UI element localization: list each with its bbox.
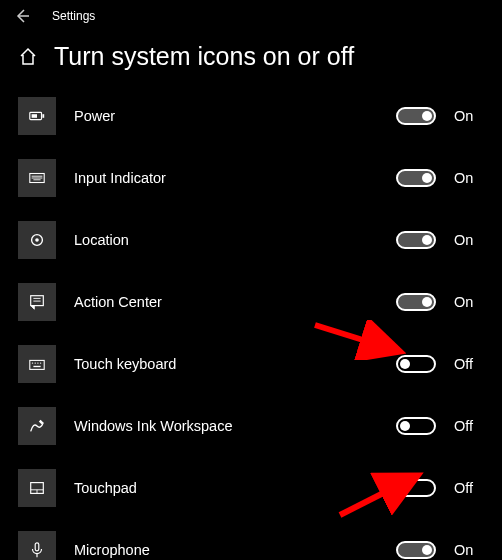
action-center-icon [18, 283, 56, 321]
home-icon [18, 47, 38, 67]
setting-row: Input IndicatorOn [18, 147, 484, 209]
setting-label: Action Center [74, 294, 378, 310]
setting-label: Windows Ink Workspace [74, 418, 378, 434]
setting-label: Touch keyboard [74, 356, 378, 372]
toggle-state-label: Off [454, 356, 484, 372]
location-icon [18, 221, 56, 259]
touchpad-icon [18, 469, 56, 507]
toggle-switch[interactable] [396, 107, 436, 125]
page-header: Turn system icons on or off [0, 32, 502, 85]
svg-rect-21 [35, 543, 39, 551]
setting-label: Power [74, 108, 378, 124]
microphone-icon [18, 531, 56, 560]
toggle-state-label: On [454, 170, 484, 186]
toggle-switch[interactable] [396, 355, 436, 373]
setting-label: Microphone [74, 542, 378, 558]
toggle-switch[interactable] [396, 541, 436, 559]
svg-point-13 [32, 362, 33, 363]
setting-label: Touchpad [74, 480, 378, 496]
toggle-switch[interactable] [396, 293, 436, 311]
setting-row: TouchpadOff [18, 457, 484, 519]
keyboard-icon [18, 159, 56, 197]
back-arrow-icon [14, 8, 30, 24]
page-title: Turn system icons on or off [54, 42, 354, 71]
power-icon [18, 97, 56, 135]
toggle-state-label: Off [454, 418, 484, 434]
setting-label: Input Indicator [74, 170, 378, 186]
svg-point-16 [40, 362, 41, 363]
svg-rect-12 [30, 360, 44, 369]
app-name: Settings [52, 9, 95, 23]
home-button[interactable] [18, 47, 38, 67]
setting-row: Touch keyboardOff [18, 333, 484, 395]
toggle-switch[interactable] [396, 417, 436, 435]
svg-rect-2 [42, 114, 44, 118]
svg-point-8 [35, 238, 39, 242]
setting-row: LocationOn [18, 209, 484, 271]
svg-point-14 [34, 362, 35, 363]
setting-row: Action CenterOn [18, 271, 484, 333]
toggle-switch[interactable] [396, 231, 436, 249]
toggle-state-label: On [454, 294, 484, 310]
toggle-switch[interactable] [396, 169, 436, 187]
setting-label: Location [74, 232, 378, 248]
titlebar: Settings [0, 0, 502, 32]
toggle-state-label: Off [454, 480, 484, 496]
svg-rect-1 [32, 114, 37, 118]
touch-keyboard-icon [18, 345, 56, 383]
setting-row: Windows Ink WorkspaceOff [18, 395, 484, 457]
back-button[interactable] [14, 8, 30, 24]
toggle-state-label: On [454, 232, 484, 248]
setting-row: MicrophoneOn [18, 519, 484, 560]
toggle-state-label: On [454, 542, 484, 558]
ink-icon [18, 407, 56, 445]
setting-row: PowerOn [18, 85, 484, 147]
toggle-switch[interactable] [396, 479, 436, 497]
svg-point-15 [37, 362, 38, 363]
toggle-state-label: On [454, 108, 484, 124]
svg-rect-17 [33, 366, 40, 367]
settings-list: PowerOnInput IndicatorOnLocationOnAction… [0, 85, 502, 560]
